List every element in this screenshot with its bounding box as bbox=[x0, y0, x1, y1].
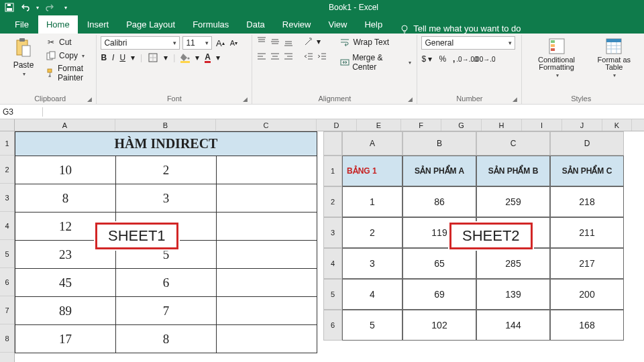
row-header[interactable]: 8 bbox=[0, 324, 14, 353]
format-as-table-button[interactable]: Format as Table▾ bbox=[592, 36, 636, 80]
cell[interactable] bbox=[217, 269, 317, 297]
column-header[interactable]: I bbox=[522, 119, 562, 131]
cell[interactable]: 45 bbox=[15, 269, 116, 297]
dialog-launcher-icon[interactable]: ◢ bbox=[243, 96, 248, 103]
underline-chevron[interactable]: ▾ bbox=[131, 53, 135, 62]
tab-data[interactable]: Data bbox=[238, 15, 272, 34]
grow-font-icon[interactable]: A▴ bbox=[215, 38, 225, 48]
shrink-font-icon[interactable]: A▾ bbox=[228, 38, 239, 48]
column-header[interactable]: C bbox=[476, 131, 550, 156]
cell[interactable] bbox=[217, 184, 317, 213]
row-header[interactable]: 1 bbox=[323, 156, 342, 186]
select-all-corner[interactable] bbox=[0, 119, 15, 131]
fill-chevron[interactable]: ▾ bbox=[195, 53, 199, 62]
cell[interactable]: 5 bbox=[342, 310, 402, 341]
row-header[interactable]: 6 bbox=[0, 268, 14, 296]
cell[interactable]: 1 bbox=[342, 186, 402, 217]
column-header[interactable]: B bbox=[402, 131, 476, 156]
cell[interactable]: 5 bbox=[116, 241, 217, 269]
merge-center-button[interactable]: Merge & Center▾ bbox=[338, 52, 413, 72]
row-header[interactable]: 5 bbox=[323, 279, 342, 310]
cell[interactable]: 2 bbox=[116, 156, 217, 184]
row-header[interactable]: 1 bbox=[0, 131, 14, 156]
borders-chevron[interactable]: ▾ bbox=[164, 53, 168, 62]
tab-formulas[interactable]: Formulas bbox=[184, 15, 237, 34]
format-painter-button[interactable]: Format Painter bbox=[44, 63, 92, 83]
column-header[interactable]: H bbox=[482, 119, 522, 131]
undo-icon[interactable] bbox=[20, 2, 31, 13]
row-header[interactable]: 3 bbox=[323, 217, 342, 248]
column-header[interactable]: A bbox=[15, 119, 115, 131]
cell[interactable] bbox=[217, 156, 317, 184]
column-header[interactable]: A bbox=[342, 131, 402, 156]
align-center-icon[interactable] bbox=[270, 51, 280, 62]
font-color-chevron[interactable]: ▾ bbox=[216, 53, 220, 62]
cell[interactable] bbox=[217, 297, 317, 325]
font-color-button[interactable]: A bbox=[205, 53, 211, 63]
increase-decimal-icon[interactable]: .0→.00 bbox=[462, 54, 472, 64]
redo-icon[interactable] bbox=[44, 2, 55, 13]
column-header[interactable]: K bbox=[602, 119, 632, 131]
select-all-corner[interactable] bbox=[323, 131, 342, 156]
cell[interactable]: 285 bbox=[476, 248, 550, 279]
column-header[interactable]: C bbox=[216, 119, 317, 131]
tell-me[interactable]: Tell me what you want to do bbox=[400, 23, 521, 34]
cell[interactable]: 8 bbox=[116, 325, 217, 353]
cell[interactable]: 8 bbox=[15, 184, 116, 213]
align-left-icon[interactable] bbox=[256, 51, 267, 62]
column-header[interactable]: E bbox=[357, 119, 401, 131]
cell[interactable]: 211 bbox=[550, 217, 624, 248]
number-format-select[interactable]: General▾ bbox=[421, 36, 515, 50]
cell[interactable] bbox=[217, 325, 317, 353]
wrap-text-button[interactable]: Wrap Text bbox=[338, 36, 413, 48]
name-box[interactable]: G3 bbox=[0, 107, 43, 117]
row-header[interactable]: 2 bbox=[323, 186, 342, 217]
align-right-icon[interactable] bbox=[283, 51, 294, 62]
cell[interactable]: 168 bbox=[550, 310, 624, 341]
header-cell[interactable]: SẢN PHẨM C bbox=[550, 156, 624, 186]
align-top-icon[interactable] bbox=[256, 36, 267, 47]
cell[interactable]: 10 bbox=[15, 156, 116, 184]
column-header[interactable]: J bbox=[562, 119, 602, 131]
header-cell[interactable]: SẢN PHẨM B bbox=[476, 156, 550, 186]
cell[interactable]: 4 bbox=[116, 213, 217, 241]
column-header[interactable]: F bbox=[401, 119, 441, 131]
align-bottom-icon[interactable] bbox=[283, 36, 294, 47]
row-header[interactable]: 2 bbox=[0, 156, 14, 184]
accounting-format-button[interactable]: $ ▾ bbox=[421, 54, 432, 64]
decrease-decimal-icon[interactable]: .00→.0 bbox=[479, 54, 490, 64]
underline-button[interactable]: U bbox=[119, 53, 125, 62]
cut-button[interactable]: ✂Cut bbox=[44, 36, 92, 48]
tab-insert[interactable]: Insert bbox=[79, 15, 117, 34]
italic-button[interactable]: I bbox=[112, 53, 114, 62]
row-header[interactable]: 7 bbox=[0, 296, 14, 324]
cell[interactable]: 69 bbox=[402, 279, 476, 310]
column-header[interactable]: D bbox=[317, 119, 357, 131]
tab-file[interactable]: File bbox=[7, 15, 37, 34]
cell[interactable]: 200 bbox=[550, 279, 624, 310]
row-header[interactable]: 4 bbox=[0, 212, 14, 240]
cell[interactable]: 119 bbox=[402, 217, 476, 248]
decrease-indent-icon[interactable] bbox=[303, 51, 314, 62]
copy-button[interactable]: Copy▾ bbox=[44, 50, 92, 62]
cell[interactable]: 86 bbox=[402, 186, 476, 217]
cell[interactable]: 7 bbox=[116, 297, 217, 325]
comma-format-button[interactable]: , bbox=[453, 54, 455, 64]
increase-indent-icon[interactable] bbox=[317, 51, 327, 62]
cell[interactable] bbox=[217, 213, 317, 241]
cell[interactable] bbox=[217, 241, 317, 269]
tab-help[interactable]: Help bbox=[356, 15, 390, 34]
header-cell[interactable]: SẢN PHẨM A bbox=[402, 156, 476, 186]
cell[interactable]: 217 bbox=[550, 248, 624, 279]
bold-button[interactable]: B bbox=[101, 53, 107, 62]
cell[interactable]: 102 bbox=[402, 310, 476, 341]
cell[interactable]: 218 bbox=[550, 186, 624, 217]
font-size-select[interactable]: 11▾ bbox=[182, 36, 212, 50]
percent-format-button[interactable]: % bbox=[439, 54, 446, 64]
header-cell[interactable]: BẢNG 1 bbox=[342, 156, 402, 186]
dialog-launcher-icon[interactable]: ◢ bbox=[87, 96, 92, 103]
tab-page-layout[interactable]: Page Layout bbox=[118, 15, 183, 34]
dialog-launcher-icon[interactable]: ◢ bbox=[408, 96, 413, 103]
cell[interactable]: 17 bbox=[15, 325, 116, 353]
row-header[interactable]: 5 bbox=[0, 240, 14, 268]
